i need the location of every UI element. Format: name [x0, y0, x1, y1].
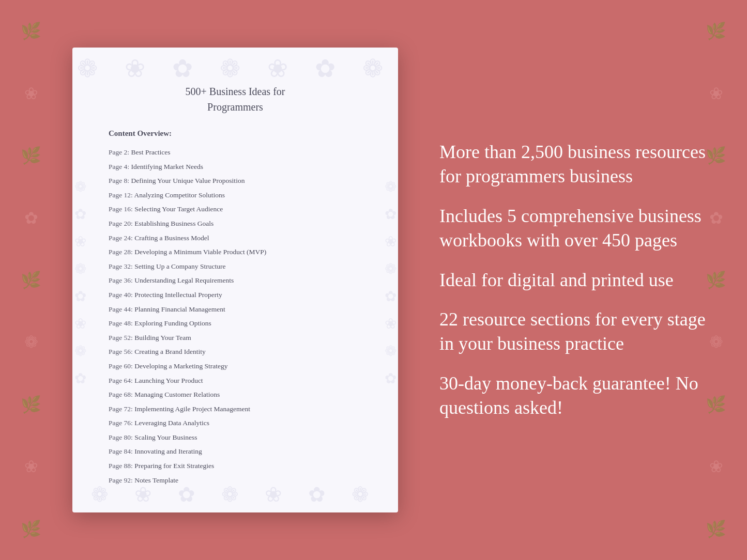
toc-page-number: Page 28:	[109, 248, 133, 256]
toc-item: Page 4: Identifying Market Needs	[98, 160, 372, 174]
toc-item: Page 40: Protecting Intellectual Propert…	[98, 288, 372, 302]
toc-item: Page 12: Analyzing Competitor Solutions	[98, 188, 372, 203]
toc-item: Page 24: Crafting a Business Model	[98, 231, 372, 245]
toc-page-number: Page 84:	[109, 447, 133, 455]
toc-item: Page 60: Developing a Marketing Strategy	[98, 359, 372, 374]
doc-bottom-decoration: ❁ ❀ ✿ ❁ ❀ ✿ ❁	[72, 476, 398, 512]
toc-title: Leveraging Data Analytics	[134, 419, 209, 427]
toc-page-number: Page 36:	[109, 276, 133, 284]
toc-page-number: Page 4:	[109, 163, 129, 170]
toc-title: Managing Customer Relations	[134, 391, 220, 398]
toc-page-number: Page 40:	[109, 291, 133, 299]
toc-title: Identifying Market Needs	[131, 163, 203, 170]
doc-left-decoration: ❁✿❀❁✿❀❁✿	[72, 89, 88, 476]
toc-title: Innovating and Iterating	[134, 447, 202, 455]
document-panel: ❁ ❀ ✿ ❁ ❀ ✿ ❁ ❁ ❀ ✿ ❁ ❀ ✿ ❁ ❁✿❀❁✿❀❁✿ ❁✿❀…	[72, 48, 398, 512]
toc-page-number: Page 20:	[109, 220, 133, 227]
toc-title: Preparing for Exit Strategies	[134, 462, 214, 470]
toc-item: Page 20: Establishing Business Goals	[98, 216, 372, 231]
toc-item: Page 88: Preparing for Exit Strategies	[98, 459, 372, 473]
toc-title: Creating a Brand Identity	[134, 348, 206, 355]
toc-page-number: Page 12:	[109, 191, 133, 199]
toc-title: Protecting Intellectual Property	[134, 291, 222, 299]
toc-title: Exploring Funding Options	[134, 319, 211, 327]
toc-title: Establishing Business Goals	[134, 220, 214, 227]
toc-page-number: Page 52:	[109, 334, 133, 341]
toc-page-number: Page 48:	[109, 319, 133, 327]
toc-title: Selecting Your Target Audience	[134, 205, 223, 213]
toc-item: Page 72: Implementing Agile Project Mana…	[98, 402, 372, 416]
toc-title: Crafting a Business Model	[134, 234, 209, 242]
toc-page-number: Page 88:	[109, 462, 133, 470]
table-of-contents: Page 2: Best PracticesPage 4: Identifyin…	[98, 145, 372, 487]
toc-item: Page 2: Best Practices	[98, 145, 372, 160]
toc-item: Page 64: Launching Your Product	[98, 374, 372, 388]
toc-title: Developing a Minimum Viable Product (MVP…	[134, 248, 266, 256]
toc-title: Setting Up a Company Structure	[134, 262, 225, 270]
toc-item: Page 32: Setting Up a Company Structure	[98, 259, 372, 274]
toc-page-number: Page 24:	[109, 234, 133, 242]
toc-page-number: Page 68:	[109, 391, 133, 398]
toc-item: Page 44: Planning Financial Management	[98, 302, 372, 317]
toc-item: Page 76: Leveraging Data Analytics	[98, 416, 372, 430]
toc-title: Launching Your Product	[134, 377, 203, 384]
content-overview-label: Content Overview:	[109, 129, 372, 138]
toc-page-number: Page 56:	[109, 348, 133, 355]
toc-title: Defining Your Unique Value Proposition	[131, 177, 245, 184]
doc-top-decoration: ❁ ❀ ✿ ❁ ❀ ✿ ❁	[72, 48, 398, 89]
toc-page-number: Page 80:	[109, 433, 133, 441]
toc-item: Page 80: Scaling Your Business	[98, 430, 372, 445]
toc-item: Page 52: Building Your Team	[98, 331, 372, 345]
features-panel: More than 2,500 business resources for p…	[429, 140, 706, 419]
toc-title: Building Your Team	[134, 334, 191, 341]
toc-item: Page 8: Defining Your Unique Value Propo…	[98, 174, 372, 188]
toc-page-number: Page 76:	[109, 419, 133, 427]
toc-page-number: Page 8:	[109, 177, 129, 184]
feature-text-3: Ideal for digital and printed use	[439, 268, 706, 292]
toc-item: Page 28: Developing a Minimum Viable Pro…	[98, 245, 372, 259]
toc-page-number: Page 60:	[109, 362, 133, 370]
toc-page-number: Page 2:	[109, 148, 129, 156]
toc-item: Page 16: Selecting Your Target Audience	[98, 202, 372, 216]
toc-title: Best Practices	[131, 148, 171, 156]
feature-text-1: More than 2,500 business resources for p…	[439, 140, 706, 189]
toc-page-number: Page 64:	[109, 377, 133, 384]
feature-text-5: 30-day money-back guarantee! No question…	[439, 371, 706, 420]
doc-right-decoration: ❁✿❀❁✿❀❁✿	[383, 89, 398, 476]
feature-text-2: Includes 5 comprehensive business workbo…	[439, 204, 706, 253]
toc-item: Page 48: Exploring Funding Options	[98, 316, 372, 331]
toc-title: Implementing Agile Project Management	[134, 405, 250, 413]
toc-item: Page 84: Innovating and Iterating	[98, 444, 372, 459]
toc-page-number: Page 32:	[109, 262, 133, 270]
toc-page-number: Page 44:	[109, 305, 133, 313]
feature-text-4: 22 resource sections for every stage in …	[439, 307, 706, 356]
toc-title: Analyzing Competitor Solutions	[134, 191, 225, 199]
toc-title: Planning Financial Management	[134, 305, 225, 313]
toc-title: Developing a Marketing Strategy	[134, 362, 227, 370]
toc-item: Page 56: Creating a Brand Identity	[98, 345, 372, 359]
toc-page-number: Page 16:	[109, 205, 133, 213]
toc-page-number: Page 72:	[109, 405, 133, 413]
toc-title: Understanding Legal Requirements	[134, 276, 234, 284]
toc-item: Page 68: Managing Customer Relations	[98, 387, 372, 402]
toc-title: Scaling Your Business	[134, 433, 197, 441]
main-content: ❁ ❀ ✿ ❁ ❀ ✿ ❁ ❁ ❀ ✿ ❁ ❀ ✿ ❁ ❁✿❀❁✿❀❁✿ ❁✿❀…	[0, 0, 747, 560]
toc-item: Page 36: Understanding Legal Requirement…	[98, 273, 372, 288]
